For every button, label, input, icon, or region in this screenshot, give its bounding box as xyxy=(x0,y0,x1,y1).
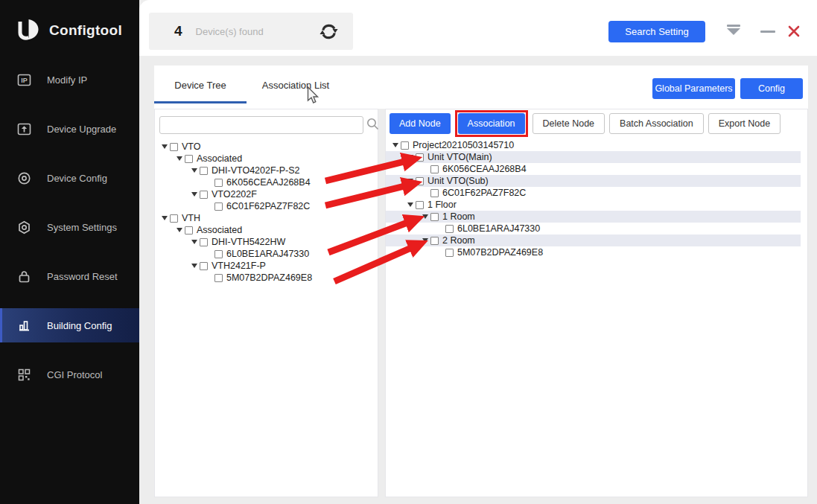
tree-node-label: 1 Floor xyxy=(427,200,457,210)
tree-search-input[interactable] xyxy=(159,116,363,134)
tab-association-list[interactable]: Association List xyxy=(247,66,345,104)
main-area: 4 Device(s) found Search Setting Device … xyxy=(139,0,817,504)
tree-node[interactable]: DHI-VTO4202F-P-S2 xyxy=(155,165,378,176)
topbar: 4 Device(s) found Search Setting xyxy=(139,0,817,56)
tree-node[interactable]: 6C01F62PAZ7F82C xyxy=(155,200,378,212)
sidebar-nav: IP Modify IP Device Upgrade Device Confi… xyxy=(0,63,139,392)
expand-caret-icon[interactable] xyxy=(189,168,200,173)
expand-caret-icon[interactable] xyxy=(159,216,170,220)
sidebar-item-label: Device Upgrade xyxy=(47,124,116,135)
tree-node-label: DHI-VTH5422HW xyxy=(212,237,285,247)
association-button[interactable]: Association xyxy=(458,113,525,134)
delete-node-button[interactable]: Delete Node xyxy=(533,113,605,134)
node-checkbox[interactable] xyxy=(214,202,223,211)
node-checkbox[interactable] xyxy=(185,226,193,235)
close-button[interactable] xyxy=(787,25,801,38)
tree-node-label: 6L0BE1ARAJ47330 xyxy=(226,249,309,259)
tree-node[interactable]: 6K056CEAAJ268B4 xyxy=(155,176,378,188)
svg-text:IP: IP xyxy=(21,77,28,84)
tree-node[interactable]: 5M07B2DPAZ469E8 xyxy=(386,246,807,258)
dahua-logo-icon xyxy=(13,16,42,45)
sidebar-item-device-config[interactable]: Device Config xyxy=(0,161,139,195)
app-title: Configtool xyxy=(49,22,122,39)
tree-node[interactable]: Unit VTO(Sub) xyxy=(386,175,801,187)
tree-node[interactable]: 2 Room xyxy=(386,235,801,246)
expand-caret-icon[interactable] xyxy=(390,143,401,147)
node-checkbox[interactable] xyxy=(401,141,409,150)
node-checkbox[interactable] xyxy=(170,143,178,151)
tree-node[interactable]: VTH xyxy=(155,212,378,224)
node-checkbox[interactable] xyxy=(170,214,178,223)
tree-node[interactable]: 6C01F62PAZ7F82C xyxy=(386,187,807,199)
tree-node[interactable]: DHI-VTH5422HW xyxy=(155,236,378,248)
tree-node[interactable]: 6L0BE1ARAJ47330 xyxy=(155,248,378,260)
node-checkbox[interactable] xyxy=(430,213,439,221)
node-checkbox[interactable] xyxy=(214,274,223,282)
tree-node[interactable]: Unit VTO(Main) xyxy=(386,151,801,163)
sidebar-item-device-upgrade[interactable]: Device Upgrade xyxy=(0,112,139,146)
node-checkbox[interactable] xyxy=(430,237,439,245)
tree-node[interactable]: 1 Room xyxy=(386,211,801,223)
sidebar-item-label: Password Reset xyxy=(47,271,118,282)
expand-caret-icon[interactable] xyxy=(159,144,170,149)
expand-caret-icon[interactable] xyxy=(174,156,185,161)
node-checkbox[interactable] xyxy=(416,177,424,185)
search-icon[interactable] xyxy=(366,118,379,133)
sidebar-item-building-config[interactable]: Building Config xyxy=(0,308,139,342)
sidebar-item-cgi-protocol[interactable]: CGI Protocol xyxy=(0,357,139,392)
node-checkbox[interactable] xyxy=(214,179,223,187)
add-node-button[interactable]: Add Node xyxy=(390,113,451,134)
search-setting-button[interactable]: Search Setting xyxy=(608,21,705,42)
node-checkbox[interactable] xyxy=(200,262,208,270)
expand-caret-icon[interactable] xyxy=(420,238,430,243)
node-checkbox[interactable] xyxy=(200,167,208,175)
filter-collapse-icon[interactable] xyxy=(725,25,742,35)
node-checkbox[interactable] xyxy=(430,165,439,173)
tree-node-label: Unit VTO(Sub) xyxy=(427,176,489,186)
batch-association-button[interactable]: Batch Association xyxy=(609,113,704,134)
tree-node[interactable]: Associated xyxy=(155,224,378,236)
sidebar-item-system-settings[interactable]: System Settings xyxy=(0,210,139,244)
tree-node[interactable]: VTO xyxy=(155,141,378,153)
tree-node-label: VTH2421F-P xyxy=(212,261,266,271)
expand-caret-icon[interactable] xyxy=(189,192,200,197)
tree-node[interactable]: 6L0BE1ARAJ47330 xyxy=(386,223,807,235)
tree-node-label: Unit VTO(Main) xyxy=(427,152,492,162)
expand-caret-icon[interactable] xyxy=(420,214,430,219)
tree-node[interactable]: 6K056CEAAJ268B4 xyxy=(386,163,807,175)
global-parameters-button[interactable]: Global Parameters xyxy=(652,78,735,99)
expand-caret-icon[interactable] xyxy=(189,264,200,268)
tree-node-label: 6C01F62PAZ7F82C xyxy=(442,188,526,198)
node-checkbox[interactable] xyxy=(445,249,454,257)
device-count-box: 4 Device(s) found xyxy=(149,13,353,50)
export-node-button[interactable]: Export Node xyxy=(708,113,781,134)
expand-caret-icon[interactable] xyxy=(405,179,416,183)
tree-node[interactable]: VTO2202F xyxy=(155,188,378,200)
refresh-icon[interactable] xyxy=(320,22,338,41)
minimize-button[interactable] xyxy=(760,31,775,33)
expand-caret-icon[interactable] xyxy=(405,202,416,207)
expand-caret-icon[interactable] xyxy=(405,155,416,159)
expand-caret-icon[interactable] xyxy=(189,240,200,244)
node-checkbox[interactable] xyxy=(416,153,424,162)
node-checkbox[interactable] xyxy=(200,238,208,246)
node-checkbox[interactable] xyxy=(445,225,454,233)
config-button[interactable]: Config xyxy=(740,78,803,99)
node-checkbox[interactable] xyxy=(416,201,424,209)
tree-node[interactable]: VTH2421F-P xyxy=(155,260,378,272)
tree-node-label: 5M07B2DPAZ469E8 xyxy=(457,247,543,258)
expand-caret-icon[interactable] xyxy=(174,228,185,232)
sidebar-item-label: Modify IP xyxy=(47,74,87,86)
tree-node[interactable]: Project20210503145710 xyxy=(386,139,807,151)
node-checkbox[interactable] xyxy=(430,189,439,197)
tree-node[interactable]: 5M07B2DPAZ469E8 xyxy=(155,272,378,284)
sidebar-item-password-reset[interactable]: Password Reset xyxy=(0,259,139,293)
lock-icon xyxy=(17,269,31,284)
node-checkbox[interactable] xyxy=(214,250,223,258)
sidebar-item-modify-ip[interactable]: IP Modify IP xyxy=(0,63,139,97)
tab-device-tree[interactable]: Device Tree xyxy=(154,66,247,104)
tree-node[interactable]: 1 Floor xyxy=(386,199,807,211)
node-checkbox[interactable] xyxy=(200,191,208,199)
tree-node[interactable]: Associated xyxy=(155,153,378,165)
node-checkbox[interactable] xyxy=(185,155,193,163)
